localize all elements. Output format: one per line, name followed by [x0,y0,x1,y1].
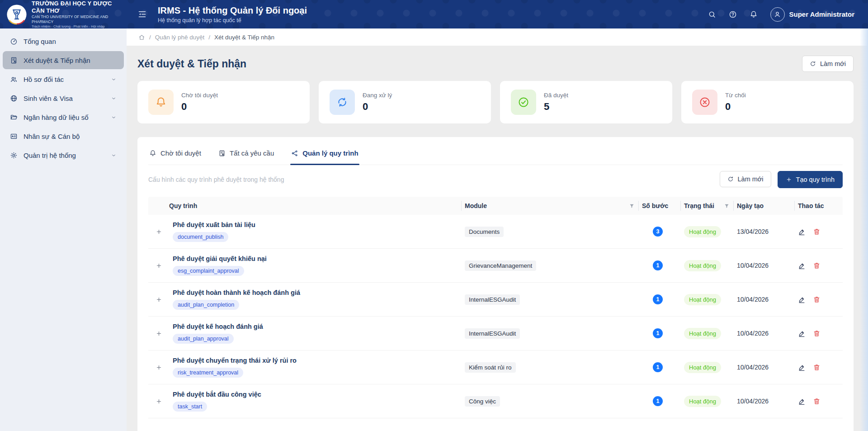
column-header-status: Trạng thái [680,197,733,215]
sidebar-item-label: Hồ sơ đối tác [24,76,64,83]
workflow-code-badge: document_publish [173,232,228,242]
edit-icon[interactable] [798,398,806,405]
user-menu[interactable]: Super Administrator [770,7,854,22]
expand-cell [148,364,169,371]
actions-cell [794,296,843,303]
menu-fold-icon[interactable] [137,9,147,19]
module-cell: Công việc [461,397,638,405]
page-refresh-button[interactable]: Làm mới [802,56,854,72]
sidebar-item-label: Nhân sự & Cán bộ [24,133,80,140]
workflow-title: Phê duyệt giải quyết khiếu nại [173,255,458,262]
search-icon[interactable] [708,10,716,19]
sidebar-item-settings[interactable]: Quản trị hệ thống [3,146,124,164]
flow-icon [291,150,298,157]
tab-bell[interactable]: Chờ tôi duyệt [148,142,202,165]
table-row: Phê duyệt giải quyết khiếu nạiesg_compla… [148,249,843,283]
delete-icon[interactable] [813,228,821,236]
actions-cell [794,330,843,337]
delete-icon[interactable] [813,364,821,371]
create-workflow-button[interactable]: Tạo quy trình [778,171,843,188]
tab-audit[interactable]: Tất cả yêu cầu [217,142,275,165]
university-name-en: CAN THO UNIVERSITY OF MEDICINE AND PHARM… [32,14,123,24]
expand-plus-icon[interactable] [156,228,162,235]
module-badge: InternalESGAudit [465,328,520,339]
workflow-name-cell: Phê duyệt bắt đầu công việctask_start [169,391,461,412]
filter-icon[interactable] [629,203,635,209]
page-title: Xét duyệt & Tiếp nhận [137,58,246,70]
plus-icon [786,176,792,183]
edit-icon[interactable] [798,296,806,303]
module-badge: Kiểm soát rủi ro [465,362,516,373]
university-logo: TRƯỜNG ĐẠI HỌC Y DƯỢC CẦN THƠ CAN THO UN… [0,0,127,28]
workflow-name-cell: Phê duyệt xuất bản tài liệudocument_publ… [169,221,461,242]
workflow-name-cell: Phê duyệt chuyển trạng thái xử lý rủi ro… [169,357,461,378]
stat-card: Đang xử lý0 [319,81,491,123]
stat-label: Từ chối [725,92,746,99]
expand-plus-icon[interactable] [156,398,162,405]
delete-icon[interactable] [813,296,821,303]
sidebar-item-globe[interactable]: Sinh viên & Visa [3,89,124,107]
module-cell: GrievanceManagement [461,261,638,270]
sidebar-item-label: Sinh viên & Visa [24,95,73,102]
expand-plus-icon[interactable] [156,330,162,337]
sidebar-item-dashboard[interactable]: Tổng quan [3,32,124,50]
sidebar-item-folder[interactable]: Ngân hàng dữ liệu số [3,108,124,126]
expand-plus-icon[interactable] [156,296,162,303]
edit-icon[interactable] [798,228,806,236]
actions-cell [794,262,843,270]
status-cell: Hoạt động [680,227,733,236]
edit-icon[interactable] [798,262,806,270]
steps-count-badge: 3 [653,227,663,237]
notifications-bell-icon[interactable] [750,10,758,19]
edit-icon[interactable] [798,364,806,371]
edit-icon[interactable] [798,330,806,337]
folder-icon [10,114,18,121]
create-workflow-label: Tạo quy trình [796,176,835,183]
workflow-title: Phê duyệt chuyển trạng thái xử lý rủi ro [173,357,458,364]
actions-cell [794,364,843,371]
stat-value: 0 [725,101,746,113]
home-icon[interactable] [138,34,145,41]
sidebar-item-audit[interactable]: Xét duyệt & Tiếp nhận [3,51,124,69]
audit-icon [218,150,226,157]
tab-flow[interactable]: Quản lý quy trình [290,142,359,165]
workflow-title: Phê duyệt hoàn thành kế hoạch đánh giá [173,289,458,296]
user-name: Super Administrator [789,10,854,18]
module-cell: Kiểm soát rủi ro [461,363,638,371]
filter-icon[interactable] [724,203,730,209]
workflow-title: Phê duyệt kế hoạch đánh giá [173,323,458,330]
stat-text: Đang xử lý0 [363,92,392,113]
stats-row: Chờ tôi duyệt0Đang xử lý0Đã duyệt5Từ chố… [137,81,854,123]
expand-plus-icon[interactable] [156,262,162,269]
steps-cell: 1 [638,396,680,406]
date-cell: 10/04/2026 [733,398,794,405]
column-header-module: Module [461,197,638,215]
column-header-date: Ngày tạo [733,197,794,215]
help-icon[interactable] [729,10,737,19]
delete-icon[interactable] [813,398,821,405]
stat-card: Đã duyệt5 [500,81,672,123]
status-badge: Hoạt động [684,226,721,237]
table-row: Phê duyệt bắt đầu công việctask_startCôn… [148,384,843,418]
stat-text: Đã duyệt5 [544,92,568,113]
sidebar-item-idcard[interactable]: Nhân sự & Cán bộ [3,127,124,145]
breadcrumb-item[interactable]: Quản lý phê duyệt [155,34,205,41]
app-title: IRMS - Hệ thống Quản lý Đối ngoại [158,5,307,16]
expand-cell [148,398,169,405]
audit-icon [10,57,18,64]
status-badge: Hoạt động [684,328,721,339]
workflow-refresh-button[interactable]: Làm mới [720,171,771,187]
table-header: Quy trình Module Số bước Trạng thái Ngày… [148,197,843,215]
workflow-panel: Chờ tôi duyệtTất cả yêu cầuQuản lý quy t… [137,137,854,431]
date-cell: 13/04/2026 [733,228,794,235]
expand-plus-icon[interactable] [156,364,162,371]
sidebar-item-team[interactable]: Hồ sơ đối tác [3,70,124,88]
column-header-workflow: Quy trình [148,197,461,215]
delete-icon[interactable] [813,262,821,270]
module-cell: InternalESGAudit [461,295,638,303]
delete-icon[interactable] [813,330,821,337]
sidebar: Tổng quanXét duyệt & Tiếp nhậnHồ sơ đối … [0,28,127,431]
check-circle-icon [511,90,536,115]
stat-card: Từ chối0 [681,81,854,123]
close-circle-icon [692,90,717,115]
